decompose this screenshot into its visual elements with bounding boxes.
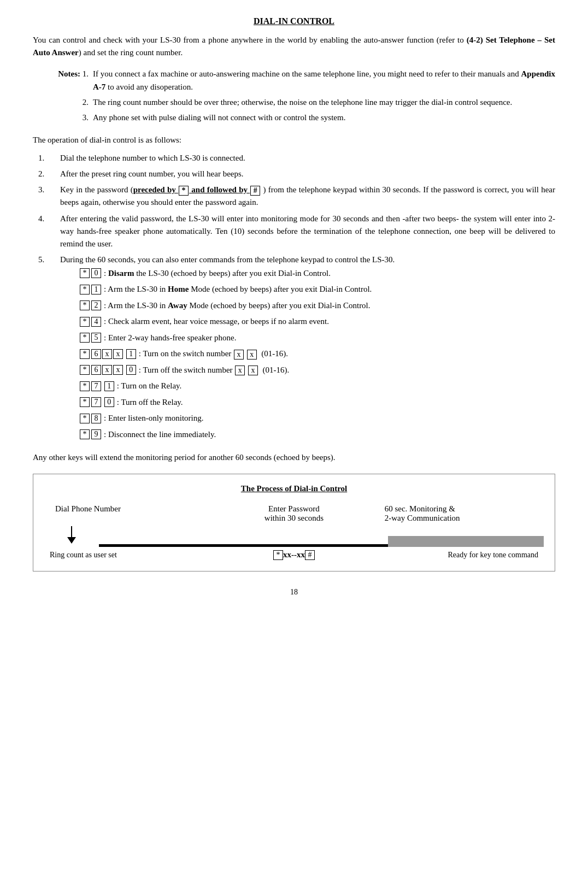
step-5-content: During the 60 seconds, you can also ente… xyxy=(60,254,555,444)
note-3-num: 3. xyxy=(33,111,93,124)
any-other-text: Any other keys will extend the monitorin… xyxy=(33,451,555,464)
cmd-relay-off: *7 0 : Turn off the Relay. xyxy=(80,396,555,410)
note-2-text: The ring count number should be over thr… xyxy=(93,96,555,109)
col3-label-1: 60 sec. Monitoring & xyxy=(385,504,544,514)
cmd-disconnect: *9 : Disconnect the line immediately. xyxy=(80,428,555,442)
cmd-check-alarm: *4 : Check alarm event, hear voice messa… xyxy=(80,315,555,329)
step-1: 1. Dial the telephone number to which LS… xyxy=(38,152,555,164)
notes-label: Notes: xyxy=(58,69,80,78)
process-table-title: The Process of Dial-in Control xyxy=(44,484,544,493)
page-number: 18 xyxy=(33,588,555,597)
intro-paragraph: You can control and check with your LS-3… xyxy=(33,34,555,58)
note-1-text: If you connect a fax machine or auto-ans… xyxy=(93,67,555,93)
cmd-relay-on: *7 1 : Turn on the Relay. xyxy=(80,379,555,393)
bottom-col3-label: Ready for key tone command xyxy=(375,551,544,559)
step-4-content: After entering the valid password, the L… xyxy=(60,213,555,251)
step-3-content: Key in the password (preceded by * and f… xyxy=(60,184,555,209)
cmd-switch-off: *6xx 0 : Turn off the switch number x x … xyxy=(80,363,555,378)
process-table: The Process of Dial-in Control Dial Phon… xyxy=(33,474,555,571)
cmd-switch-on: *6xx 1 : Turn on the switch number x x (… xyxy=(80,347,555,361)
bottom-col1-label: Ring count as user set xyxy=(44,551,213,559)
cmd-arm-home: *1 : Arm the LS-30 in Home Mode (echoed … xyxy=(80,282,555,297)
step-5: 5. During the 60 seconds, you can also e… xyxy=(38,254,555,444)
cmd-2way: *5 : Enter 2-way hands-free speaker phon… xyxy=(80,331,555,345)
col2-label-2: within 30 seconds xyxy=(214,514,373,523)
step-5-num: 5. xyxy=(38,254,60,444)
cmd-listen: *8 : Enter listen-only monitoring. xyxy=(80,411,555,426)
step-4: 4. After entering the valid password, th… xyxy=(38,213,555,251)
pw-star: * xyxy=(273,550,283,560)
step-1-content: Dial the telephone number to which LS-30… xyxy=(60,152,555,164)
notes-section: Notes: 1. If you connect a fax machine o… xyxy=(33,67,555,124)
cmd-arm-away: *2 : Arm the LS-30 in Away Mode (echoed … xyxy=(80,299,555,313)
col2-label-1: Enter Password xyxy=(214,504,373,514)
step-4-num: 4. xyxy=(38,213,60,251)
col3-label-2: 2-way Communication xyxy=(385,514,544,523)
bottom-col2-label: *xx--xx# xyxy=(213,550,375,560)
operation-intro: The operation of dial-in control is as f… xyxy=(33,134,555,146)
pw-hash: # xyxy=(305,550,315,560)
note-3-text: Any phone set with pulse dialing will no… xyxy=(93,111,555,124)
steps-list: 1. Dial the telephone number to which LS… xyxy=(38,152,555,444)
note-2-num: 2. xyxy=(33,96,93,109)
cmd-disarm: *0 : Disarm the LS-30 (echoed by beeps) … xyxy=(80,267,555,281)
col1-label: Dial Phone Number xyxy=(55,504,121,513)
bottom-labels-row: Ring count as user set *xx--xx# Ready fo… xyxy=(44,550,544,560)
step-1-num: 1. xyxy=(38,152,60,164)
step-2-content: After the preset ring count number, you … xyxy=(60,168,555,180)
step-2-num: 2. xyxy=(38,168,60,180)
page-title: DIAL-IN CONTROL xyxy=(33,16,555,26)
step-3-num: 3. xyxy=(38,184,60,209)
step-3: 3. Key in the password (preceded by * an… xyxy=(38,184,555,209)
step-2: 2. After the preset ring count number, y… xyxy=(38,168,555,180)
